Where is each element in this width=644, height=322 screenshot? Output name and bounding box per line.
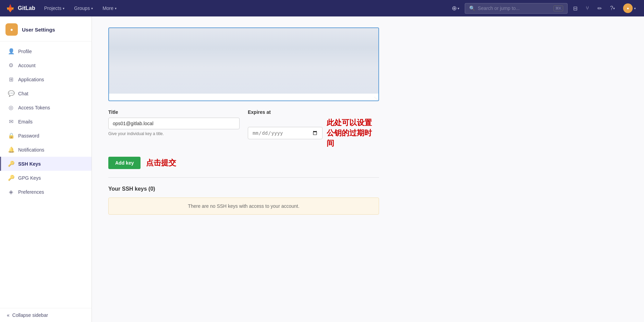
merge-icon: ⑂ bbox=[586, 5, 589, 11]
sidebar: ● User Settings 👤 Profile ⚙ Account ⊞ Ap… bbox=[0, 16, 92, 322]
ssh-keys-icon: 🔑 bbox=[8, 160, 14, 167]
sidebar-item-account[interactable]: ⚙ Account bbox=[0, 58, 92, 72]
collapse-sidebar-button[interactable]: « Collapse sidebar bbox=[0, 308, 92, 322]
textarea-resize-handle[interactable]: ⋱ bbox=[374, 96, 378, 100]
emails-icon: ✉ bbox=[8, 118, 14, 125]
sidebar-item-label: Applications bbox=[18, 77, 44, 82]
main-content: ⋱ Title Give your individual key a title… bbox=[92, 16, 644, 322]
search-bar[interactable]: 🔍 ⌘K bbox=[465, 3, 568, 14]
panels-icon: ⊟ bbox=[573, 5, 578, 12]
activity-button[interactable]: ✏ bbox=[595, 3, 605, 14]
add-key-button[interactable]: Add key bbox=[108, 157, 141, 169]
sidebar-item-gpg-keys[interactable]: 🔑 GPG Keys bbox=[0, 171, 92, 185]
sidebar-avatar: ● bbox=[5, 23, 18, 36]
password-icon: 🔒 bbox=[8, 132, 14, 139]
gpg-keys-icon: 🔑 bbox=[8, 175, 14, 181]
merge-requests-button[interactable]: ⑂ bbox=[583, 3, 592, 13]
ssh-key-textarea-container[interactable]: ⋱ bbox=[108, 27, 379, 101]
ssh-keys-section-title: Your SSH keys (0) bbox=[108, 186, 628, 192]
panels-button[interactable]: ⊟ bbox=[570, 3, 580, 14]
sidebar-item-label: Chat bbox=[18, 91, 28, 96]
no-keys-notice: There are no SSH keys with access to you… bbox=[108, 198, 379, 215]
sidebar-item-label: SSH Keys bbox=[18, 161, 41, 167]
help-menu[interactable]: ? bbox=[607, 3, 618, 13]
search-input[interactable] bbox=[478, 5, 551, 11]
new-item-button[interactable]: ⊕ ▾ bbox=[449, 2, 462, 14]
help-icon: ? bbox=[610, 5, 613, 11]
sidebar-nav: 👤 Profile ⚙ Account ⊞ Applications 💬 Cha… bbox=[0, 41, 92, 308]
expires-field-group: Expires at 此处可以设置公钥的过期时间 bbox=[248, 109, 379, 148]
sidebar-item-access-tokens[interactable]: ◎ Access Tokens bbox=[0, 100, 92, 115]
expires-date-input[interactable] bbox=[248, 127, 323, 139]
submit-annotation: 点击提交 bbox=[146, 158, 176, 168]
no-keys-message: There are no SSH keys with access to you… bbox=[188, 203, 299, 209]
sidebar-item-chat[interactable]: 💬 Chat bbox=[0, 86, 92, 100]
collapse-icon: « bbox=[7, 312, 10, 318]
account-icon: ⚙ bbox=[8, 62, 14, 69]
sidebar-item-password[interactable]: 🔒 Password bbox=[0, 129, 92, 143]
sidebar-item-notifications[interactable]: 🔔 Notifications bbox=[0, 143, 92, 157]
gitlab-logo-icon bbox=[5, 3, 15, 13]
top-navbar: GitLab Projects Groups More ⊕ ▾ 🔍 ⌘K ⊟ ⑂… bbox=[0, 0, 644, 16]
chat-icon: 💬 bbox=[8, 90, 14, 97]
title-input[interactable] bbox=[108, 118, 240, 129]
projects-menu[interactable]: Projects bbox=[41, 3, 68, 13]
preferences-icon: ◈ bbox=[8, 189, 14, 195]
sidebar-item-label: Profile bbox=[18, 49, 32, 54]
profile-icon: 👤 bbox=[8, 48, 14, 55]
title-field-group: Title Give your individual key a title. bbox=[108, 109, 240, 148]
form-fields-row: Title Give your individual key a title. … bbox=[108, 109, 379, 148]
activity-icon: ✏ bbox=[597, 5, 602, 12]
section-divider bbox=[108, 177, 379, 178]
user-chevron-icon: ▾ bbox=[634, 7, 636, 10]
sidebar-item-label: Account bbox=[18, 63, 36, 68]
plus-chevron-icon: ▾ bbox=[458, 7, 459, 10]
sidebar-item-profile[interactable]: 👤 Profile bbox=[0, 44, 92, 58]
title-hint: Give your individual key a title. bbox=[108, 131, 240, 136]
svg-marker-1 bbox=[9, 4, 12, 8]
sidebar-item-ssh-keys[interactable]: 🔑 SSH Keys bbox=[0, 157, 92, 171]
sidebar-item-emails[interactable]: ✉ Emails bbox=[0, 115, 92, 129]
sidebar-item-applications[interactable]: ⊞ Applications bbox=[0, 72, 92, 86]
plus-icon: ⊕ bbox=[452, 4, 457, 12]
notifications-icon: 🔔 bbox=[8, 146, 14, 153]
form-actions: Add key 点击提交 bbox=[108, 157, 379, 169]
groups-menu[interactable]: Groups bbox=[71, 3, 96, 13]
title-label: Title bbox=[108, 109, 240, 115]
sidebar-title: User Settings bbox=[22, 27, 55, 33]
ssh-key-textarea[interactable] bbox=[109, 28, 378, 100]
brand-name: GitLab bbox=[18, 5, 35, 11]
sidebar-header: ● User Settings bbox=[0, 16, 92, 41]
expires-label: Expires at bbox=[248, 109, 379, 115]
applications-icon: ⊞ bbox=[8, 76, 14, 83]
access-tokens-icon: ◎ bbox=[8, 104, 14, 111]
sidebar-item-label: Access Tokens bbox=[18, 105, 50, 110]
expires-row: 此处可以设置公钥的过期时间 bbox=[248, 118, 379, 148]
collapse-label: Collapse sidebar bbox=[12, 312, 48, 318]
user-menu[interactable]: ● ▾ bbox=[620, 1, 639, 15]
search-kbd: ⌘K bbox=[554, 5, 563, 11]
search-icon: 🔍 bbox=[469, 5, 475, 11]
more-menu[interactable]: More bbox=[99, 3, 120, 13]
sidebar-item-label: Password bbox=[18, 133, 39, 139]
expires-annotation: 此处可以设置公钥的过期时间 bbox=[327, 118, 379, 148]
user-avatar: ● bbox=[623, 3, 633, 13]
sidebar-item-label: Notifications bbox=[18, 147, 44, 153]
page-layout: ● User Settings 👤 Profile ⚙ Account ⊞ Ap… bbox=[0, 16, 644, 322]
sidebar-item-label: GPG Keys bbox=[18, 175, 41, 181]
brand: GitLab bbox=[5, 3, 35, 13]
sidebar-item-label: Preferences bbox=[18, 189, 44, 195]
sidebar-item-label: Emails bbox=[18, 119, 33, 124]
sidebar-item-preferences[interactable]: ◈ Preferences bbox=[0, 185, 92, 199]
